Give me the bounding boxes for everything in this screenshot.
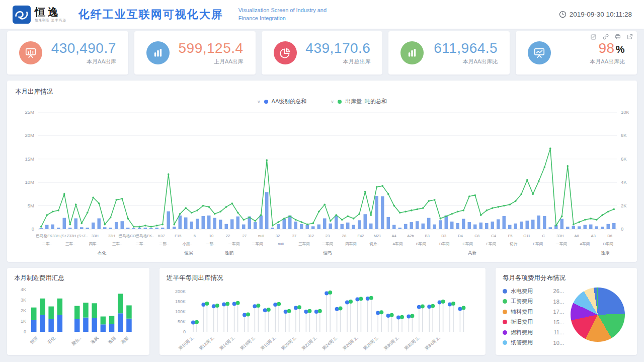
svg-text:27: 27 <box>243 234 247 238</box>
presentation-bars-icon <box>19 41 42 64</box>
kpi-label: 上月AA出库 <box>179 58 244 65</box>
svg-text:二车..: 二车.. <box>42 242 52 246</box>
kpi-value: 599,125.4 <box>179 40 244 56</box>
pie-legend-name: 燃料费用 <box>511 329 533 336</box>
weekly-chart-canvas: 200K150K100K50K0第10周 2..第12周 2..第14周 2..… <box>167 285 477 351</box>
svg-text:逸枫: 逸枫 <box>90 335 100 345</box>
expense-pie-body: 水电费用26...工资费用18...辅料费用17...折旧费用15...燃料费用… <box>503 286 630 350</box>
svg-text:A2b: A2b <box>407 234 414 238</box>
expense-pie-legend: 水电费用26...工资费用18...辅料费用17...折旧费用15...燃料费用… <box>503 286 564 350</box>
pie-legend-name: 包装费用 <box>511 349 533 350</box>
pie-legend-row: 辅料费用17... <box>503 307 564 317</box>
pie-legend-value: 15... <box>553 319 564 325</box>
kpi-card-4: 611,964.5本月AA出库比 <box>388 31 510 75</box>
legend-dot <box>264 100 268 104</box>
main-chart-card: 本月出库情况 ∨AA级别的总和∨出库量_吨的总和 25M10K20M8K15M6… <box>7 81 637 262</box>
svg-text:第32周 2..: 第32周 2.. <box>403 335 421 351</box>
svg-text:0: 0 <box>183 329 186 334</box>
svg-text:第22周 2..: 第22周 2.. <box>300 335 318 351</box>
svg-text:5: 5 <box>194 234 196 238</box>
pie-legend-dot <box>503 320 507 324</box>
pie-legend-value: 10... <box>553 340 564 346</box>
svg-text:三车..: 三车.. <box>112 242 122 246</box>
pie-legend-row: 纸管费用10... <box>503 338 564 348</box>
main-chart-title: 本月出库情况 <box>15 88 629 96</box>
pie-legend-name: 工资费用 <box>511 298 533 305</box>
pie-legend-name: 辅料费用 <box>511 308 533 316</box>
kpi-value: 98% <box>590 40 625 56</box>
svg-text:C8: C8 <box>474 234 479 238</box>
pie-legend-dot <box>503 330 507 335</box>
svg-text:A3: A3 <box>591 234 596 238</box>
legend-dropdown-chevron[interactable]: ∨ <box>331 99 334 104</box>
svg-text:D车间: D车间 <box>439 242 450 246</box>
svg-text:二车..: 二车.. <box>135 242 145 246</box>
hengyi-logo-icon <box>12 5 31 24</box>
svg-text:四车..: 四车.. <box>89 242 98 246</box>
clock-icon <box>559 11 567 18</box>
pie-legend-row: 燃料费用11... <box>503 327 564 338</box>
page-subtitle: Visualization Screen of Industry and Fin… <box>238 7 327 22</box>
svg-text:3K: 3K <box>21 298 26 303</box>
svg-text:E车间: E车间 <box>533 242 543 246</box>
svg-text:一车间: 一车间 <box>555 242 567 246</box>
timestamp-text: 2019-09-30 10:11:28 <box>570 11 632 18</box>
svg-text:4K: 4K <box>621 179 627 185</box>
svg-text:37: 37 <box>292 234 296 238</box>
kpi-value: 439,170.6 <box>305 40 370 56</box>
logo-slogan: 恒逸制造 追求高远 <box>35 18 66 23</box>
svg-text:石化: 石化 <box>46 335 56 345</box>
subtitle-line-1: Visualization Screen of Industry and <box>238 7 327 14</box>
svg-text:聚合..: 聚合.. <box>70 335 82 346</box>
manufacturing-chart-canvas: 4K3K2K1K0恒滨石化聚合..逸枫逸锦高新 <box>14 285 142 351</box>
pie-legend-value: 26... <box>553 288 564 294</box>
svg-text:C4: C4 <box>491 234 496 238</box>
kpi-card-2: 599,125.4上月AA出库 <box>134 31 256 75</box>
kpi-value: 430,490.7 <box>51 40 116 56</box>
dashboard-toolbar <box>591 34 633 40</box>
svg-text:第26周 2..: 第26周 2.. <box>342 335 360 351</box>
kpi-card-3: 439,170.6本月总出库 <box>262 31 383 75</box>
legend-dot <box>338 100 342 104</box>
expense-pie-title: 每月各项费用分布情况 <box>503 274 630 282</box>
pie-legend-row: 水电费用26... <box>503 286 564 297</box>
pie-legend-dot <box>503 299 507 304</box>
svg-text:null: null <box>278 242 284 246</box>
print-icon[interactable] <box>615 34 621 40</box>
bar-chart-icon <box>400 41 424 64</box>
kpi-label: 本月AA出库比 <box>434 58 498 65</box>
edit-icon[interactable] <box>591 34 597 40</box>
svg-text:8K: 8K <box>621 132 627 138</box>
svg-text:F15: F15 <box>175 234 181 238</box>
svg-text:巴马格CO..: 巴马格CO.. <box>119 234 138 238</box>
svg-text:第20周 2..: 第20周 2.. <box>280 335 298 351</box>
svg-text:切片..: 切片.. <box>369 242 379 246</box>
svg-text:C车间: C车间 <box>463 242 473 246</box>
svg-text:33H (S+Z..: 33H (S+Z.. <box>69 234 88 238</box>
svg-text:高新: 高新 <box>120 335 129 345</box>
link-icon[interactable] <box>603 34 609 40</box>
manufacturing-chart-title: 本月制造费用汇总 <box>14 274 142 282</box>
svg-text:32: 32 <box>276 234 280 238</box>
pie-legend-name: 折旧费用 <box>511 318 533 326</box>
svg-text:33H: 33H <box>556 234 564 238</box>
kpi-row: 430,490.7本月AA出库599,125.4上月AA出库439,170.6本… <box>7 31 637 75</box>
main-chart-canvas: 25M10K20M8K15M6K10M4K5M2K00巴马格FK..33H (S… <box>15 109 629 260</box>
svg-text:第16周 2..: 第16周 2.. <box>239 335 257 351</box>
svg-text:第24周 2..: 第24周 2.. <box>321 335 339 351</box>
svg-text:312: 312 <box>308 234 314 238</box>
svg-text:A车间: A车间 <box>580 242 590 246</box>
svg-text:A8: A8 <box>575 234 579 238</box>
svg-text:第18周 2..: 第18周 2.. <box>260 335 278 351</box>
svg-text:5M: 5M <box>28 203 34 208</box>
export-icon[interactable] <box>627 34 633 40</box>
pie-legend-value: 11... <box>553 329 564 335</box>
svg-text:恒滨: 恒滨 <box>184 250 194 255</box>
bar-chart-icon <box>146 41 170 64</box>
svg-text:巴马格FK..: 巴马格FK.. <box>36 234 54 238</box>
timestamp: 2019-09-30 10:11:28 <box>559 11 632 18</box>
bottom-row: 本月制造费用汇总 4K3K2K1K0恒滨石化聚合..逸枫逸锦高新 近半年每周出库… <box>7 268 637 355</box>
svg-text:四车间: 四车间 <box>345 242 357 246</box>
manufacturing-chart-card: 本月制造费用汇总 4K3K2K1K0恒滨石化聚合..逸枫逸锦高新 <box>7 268 149 355</box>
legend-dropdown-chevron[interactable]: ∨ <box>257 99 261 104</box>
